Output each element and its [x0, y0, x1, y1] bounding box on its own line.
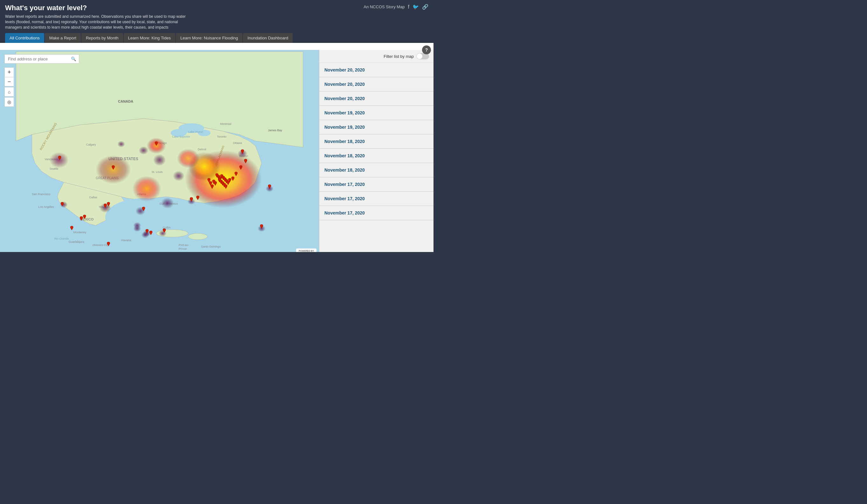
- svg-text:Lake Huron: Lake Huron: [188, 131, 203, 134]
- report-item[interactable]: November 20, 2020: [319, 91, 434, 106]
- link-icon[interactable]: 🔗: [422, 4, 428, 10]
- report-item[interactable]: November 18, 2020: [319, 149, 434, 163]
- report-item[interactable]: November 17, 2020: [319, 191, 434, 206]
- svg-point-63: [133, 226, 141, 232]
- report-date: November 18, 2020: [324, 167, 428, 173]
- tab-reports-by-month[interactable]: Reports by Month: [82, 33, 123, 43]
- svg-text:Guadalajara: Guadalajara: [69, 241, 85, 244]
- search-button[interactable]: 🔍: [68, 55, 79, 63]
- svg-point-49: [139, 146, 148, 155]
- app-description: Water level reports are submitted and su…: [5, 14, 190, 30]
- report-date: November 19, 2020: [324, 124, 428, 130]
- report-item[interactable]: November 19, 2020: [319, 120, 434, 134]
- svg-text:Detroit: Detroit: [198, 148, 206, 151]
- report-date: November 18, 2020: [324, 139, 428, 144]
- svg-point-44: [132, 176, 161, 201]
- tab-inundation[interactable]: Inundation Dashboard: [243, 33, 292, 43]
- search-input[interactable]: [5, 55, 68, 63]
- app-header: What's your water level? Water level rep…: [0, 0, 434, 43]
- header-right: An NCCOS Story Map f 🐦 🔗: [364, 4, 428, 10]
- svg-text:Dallas: Dallas: [89, 196, 98, 199]
- report-date: November 20, 2020: [324, 96, 428, 101]
- report-date: November 17, 2020: [324, 196, 428, 201]
- right-panel: Filter list by map November 20, 2020Nove…: [319, 50, 434, 252]
- main-content: 🔍 + − ⌂ ◎: [0, 50, 434, 252]
- locate-button[interactable]: ◎: [4, 97, 14, 107]
- report-date: November 20, 2020: [324, 82, 428, 87]
- report-date: November 19, 2020: [324, 110, 428, 116]
- white-bar: ?: [0, 43, 434, 50]
- reports-list[interactable]: November 20, 2020November 20, 2020Novemb…: [319, 63, 434, 252]
- svg-text:Port-au-: Port-au-: [179, 244, 189, 247]
- map-container[interactable]: 🔍 + − ⌂ ◎: [0, 50, 319, 252]
- tab-all-contributions[interactable]: All Contributions: [5, 33, 44, 43]
- header-left: What's your water level? Water level rep…: [5, 4, 190, 33]
- story-map-label: An NCCOS Story Map: [364, 4, 405, 9]
- svg-point-57: [159, 230, 166, 237]
- report-item[interactable]: November 19, 2020: [319, 106, 434, 120]
- map-search-bar[interactable]: 🔍: [4, 54, 79, 64]
- report-item[interactable]: November 17, 2020: [319, 177, 434, 191]
- tab-learn-nuisance[interactable]: Learn More: Nuisance Flooding: [176, 33, 242, 43]
- zoom-controls: + − ⌂ ◎: [4, 67, 14, 107]
- filter-bar: Filter list by map: [319, 50, 434, 63]
- svg-text:CANADA: CANADA: [118, 99, 133, 103]
- svg-text:oMexico City: oMexico City: [93, 244, 109, 247]
- twitter-icon[interactable]: 🐦: [413, 4, 419, 10]
- app-title: What's your water level?: [5, 4, 190, 12]
- svg-text:James Bay: James Bay: [268, 129, 282, 132]
- nav-tabs: All Contributions Make a Report Reports …: [5, 33, 428, 43]
- svg-text:Lake Superior: Lake Superior: [172, 135, 190, 139]
- svg-point-6: [188, 233, 207, 240]
- report-item[interactable]: November 20, 2020: [319, 63, 434, 77]
- svg-point-50: [173, 171, 184, 181]
- svg-text:Rio Grande: Rio Grande: [54, 237, 69, 241]
- report-date: November 18, 2020: [324, 153, 428, 158]
- svg-point-48: [153, 154, 166, 166]
- svg-point-51: [117, 141, 125, 147]
- svg-point-46: [49, 152, 68, 168]
- zoom-home-button[interactable]: ⌂: [4, 87, 14, 97]
- svg-text:Prince: Prince: [179, 248, 187, 251]
- svg-text:Monterrey: Monterrey: [74, 231, 86, 234]
- report-item[interactable]: November 18, 2020: [319, 163, 434, 177]
- svg-text:Ottawa: Ottawa: [233, 142, 242, 145]
- tab-make-report[interactable]: Make a Report: [45, 33, 81, 43]
- facebook-icon[interactable]: f: [408, 4, 409, 10]
- report-date: November 17, 2020: [324, 182, 428, 187]
- report-date: November 17, 2020: [324, 210, 428, 216]
- svg-text:Havana: Havana: [121, 239, 131, 242]
- svg-text:Montreal: Montreal: [220, 123, 231, 126]
- esri-logo: POWERED BY esri: [296, 249, 317, 252]
- svg-point-58: [161, 198, 174, 208]
- svg-point-43: [177, 149, 200, 168]
- report-item[interactable]: November 20, 2020: [319, 77, 434, 91]
- svg-text:Toronto: Toronto: [217, 135, 226, 139]
- zoom-in-button[interactable]: +: [4, 67, 14, 77]
- svg-text:Santo Domingo: Santo Domingo: [201, 245, 221, 249]
- report-item[interactable]: November 18, 2020: [319, 134, 434, 149]
- filter-label: Filter list by map: [384, 54, 414, 59]
- svg-point-64: [141, 232, 149, 238]
- map-svg: ROCKY MOUNTAINS APPALACHIANS CANADA Calg…: [0, 50, 319, 252]
- svg-text:San Francisco: San Francisco: [32, 193, 50, 196]
- tab-learn-king-tides[interactable]: Learn More: King Tides: [124, 33, 175, 43]
- report-item[interactable]: November 17, 2020: [319, 206, 434, 220]
- svg-text:St. Louis: St. Louis: [151, 170, 163, 174]
- svg-text:Los Angeles: Los Angeles: [38, 205, 54, 208]
- report-date: November 20, 2020: [324, 67, 428, 73]
- svg-text:Calgary: Calgary: [86, 143, 96, 146]
- zoom-out-button[interactable]: −: [4, 77, 14, 86]
